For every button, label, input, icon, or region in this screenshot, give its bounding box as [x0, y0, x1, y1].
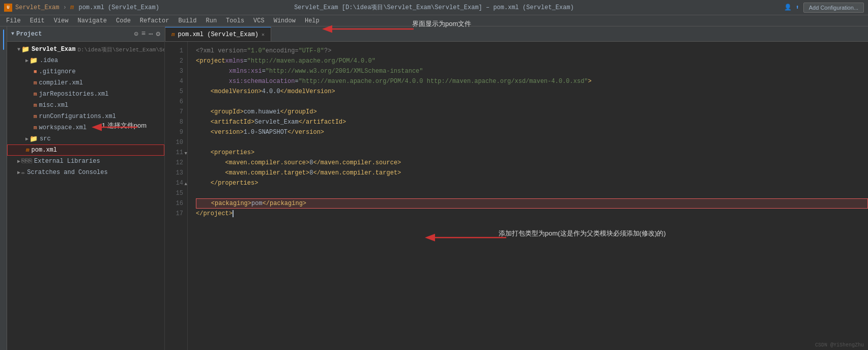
ext-libs-label: External Libraries — [34, 158, 100, 165]
code-text: </project> — [196, 209, 233, 219]
menu-navigate[interactable]: Navigate — [73, 16, 111, 25]
code-text: <properties> — [211, 148, 254, 158]
menu-view[interactable]: View — [50, 16, 73, 25]
menu-file[interactable]: File — [2, 16, 25, 25]
window-title: Servlet_Exam [D:\idea项目\Servlet_Exam\Ser… — [294, 3, 574, 12]
code-text: 1.0-SNAPSHOT — [244, 127, 287, 137]
fold-marker[interactable]: ▼ — [185, 149, 187, 159]
code-line-17: </project> — [196, 209, 868, 219]
project-tree: ▼ 📁 Servlet_Exam D:\idea项目\Servlet_Exam\… — [7, 42, 164, 350]
code-text: com.huawei — [244, 107, 280, 117]
tree-compiler-xml[interactable]: m compiler.xml — [7, 77, 164, 89]
line-num-9: 9 — [165, 127, 183, 137]
settings-icon[interactable]: ⚙ — [156, 30, 160, 38]
code-text: "http://www.w3.org/2001/XMLSchema-instan… — [266, 66, 423, 76]
project-tab-indicator — [3, 30, 4, 50]
code-text: "1.0" — [247, 46, 266, 56]
tree-root[interactable]: ▼ 📁 Servlet_Exam D:\idea项目\Servlet_Exam\… — [7, 44, 164, 55]
line-num-5: 5 — [165, 86, 183, 97]
code-text — [196, 198, 211, 209]
line-num-12: 12 — [165, 158, 183, 168]
tree-pom-xml[interactable]: m pom.xml — [7, 144, 164, 156]
menu-run[interactable]: Run — [201, 16, 221, 25]
jar-icon: m — [34, 91, 37, 97]
collapse-icon[interactable]: ≡ — [141, 30, 146, 38]
code-line-2: <project xmlns="http://maven.apache.org/… — [196, 56, 868, 66]
arrow-icon: ▼ — [17, 47, 20, 52]
title-bar: U Servlet_Exam › m pom.xml (Servlet_Exam… — [0, 0, 868, 15]
sync-icon[interactable]: ⊙ — [134, 30, 138, 38]
src-folder-icon: 📁 — [30, 135, 38, 143]
fold-marker-2[interactable]: ▲ — [185, 179, 187, 189]
code-line-8: <artifactId>Servlet_Exam</artifactId> — [196, 117, 868, 127]
tree-misc-xml[interactable]: m misc.xml — [7, 100, 164, 111]
code-text: 8 — [309, 168, 313, 178]
menu-help[interactable]: Help — [301, 16, 324, 25]
editor-tab-pom[interactable]: m pom.xml (Servlet_Exam) ✕ — [165, 27, 271, 41]
code-text: "http://maven.apache.org/POM/4.0.0 http:… — [299, 76, 588, 86]
tree-jar-repositories[interactable]: m jarRepositories.xml — [7, 89, 164, 100]
code-text: </version> — [287, 127, 324, 137]
code-editor[interactable]: <?xml version="1.0" encoding="UTF-8"?> <… — [188, 42, 868, 350]
root-label: Servlet_Exam — [32, 46, 75, 53]
gitignore-label: .gitignore — [39, 68, 76, 75]
gitignore-icon: ■ — [34, 69, 37, 75]
tab-pom-icon: m — [171, 32, 175, 38]
code-text: <version> — [211, 127, 244, 137]
menu-window[interactable]: Window — [270, 16, 300, 25]
code-text: </maven.compiler.target> — [313, 168, 401, 178]
tab-close-button[interactable]: ✕ — [262, 32, 265, 38]
vcs-icon: ⬆ — [796, 4, 799, 11]
ext-libs-icon: ⎘⎘⎘ — [21, 158, 32, 165]
line-num-15: 15 — [165, 188, 183, 198]
workspace-icon: m — [34, 125, 37, 131]
scratch-icon: ✏ — [21, 169, 25, 177]
line-num-6: 6 — [165, 97, 183, 107]
menu-code[interactable]: Code — [112, 16, 135, 25]
tree-src-folder[interactable]: ▶ 📁 src — [7, 133, 164, 144]
code-text: "http://maven.apache.org/POM/4.0.0" — [247, 56, 375, 66]
code-text — [196, 168, 225, 178]
tree-idea-folder[interactable]: ▶ 📁 .idea — [7, 55, 164, 66]
runconf-icon: m — [34, 113, 37, 120]
tree-gitignore[interactable]: ■ .gitignore — [7, 66, 164, 77]
code-text: <groupId> — [211, 107, 244, 117]
line-num-10: 10 — [165, 137, 183, 148]
code-text: = — [262, 66, 266, 76]
code-line-11: <properties> — [196, 148, 868, 158]
menu-build[interactable]: Build — [174, 16, 200, 25]
menu-vcs[interactable]: VCS — [249, 16, 269, 25]
filter-icon[interactable]: ⋯ — [149, 30, 153, 38]
code-text: <modelVersion> — [211, 86, 262, 97]
tree-run-conf[interactable]: m runConfigurations.xml — [7, 111, 164, 122]
tree-external-libs[interactable]: ▶ ⎘⎘⎘ External Libraries — [7, 156, 164, 167]
jar-label: jarRepositories.xml — [39, 91, 109, 98]
code-line-5: <modelVersion>4.0.0</modelVersion> — [196, 86, 868, 97]
code-text: </packaging> — [263, 198, 306, 209]
code-line-9: <version>1.0-SNAPSHOT</version> — [196, 127, 868, 137]
code-text — [196, 178, 211, 188]
compiler-icon: m — [34, 80, 37, 86]
menu-refactor[interactable]: Refactor — [136, 16, 173, 25]
code-line-13: <maven.compiler.target>8</maven.compiler… — [196, 168, 868, 178]
text-cursor — [233, 210, 234, 217]
tree-scratches[interactable]: ▶ ✏ Scratches and Consoles — [7, 167, 164, 178]
code-text: > — [588, 76, 592, 86]
tree-workspace[interactable]: m workspace.xml — [7, 122, 164, 133]
code-text: 4.0.0 — [262, 86, 280, 97]
code-text: ?> — [324, 46, 331, 56]
tab-bar: m pom.xml (Servlet_Exam) ✕ — [165, 26, 868, 42]
code-text: </groupId> — [280, 107, 317, 117]
code-text: <project — [196, 56, 225, 66]
line-num-2: 2 — [165, 56, 183, 66]
add-configuration-button[interactable]: Add Configuration... — [803, 3, 864, 13]
code-line-14: </properties> — [196, 178, 868, 188]
menu-edit[interactable]: Edit — [26, 16, 49, 25]
project-panel-header: ▼ Project ⊙ ≡ ⋯ ⚙ — [7, 26, 164, 42]
code-text: xsi:schemaLocation — [229, 76, 295, 86]
menu-tools[interactable]: Tools — [222, 16, 248, 25]
misc-icon: m — [34, 102, 37, 108]
src-label: src — [40, 135, 51, 142]
code-line-1: <?xml version="1.0" encoding="UTF-8"?> — [196, 46, 868, 56]
project-dropdown-icon: ▼ — [11, 31, 14, 37]
